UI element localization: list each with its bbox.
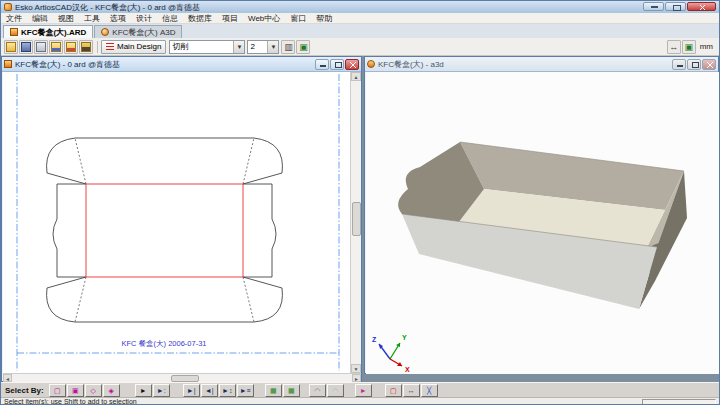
menu-item-project[interactable]: 项目 [217,13,243,24]
design-2d-titlebar: KFC餐盒(大) - 0 ard @肯德基 [2,57,361,72]
tab-ard-label: KFC餐盒(大).ARD [21,27,86,38]
horizontal-scroll-thumb[interactable] [171,375,199,382]
main-design-label: Main Design [117,42,161,51]
scroll-right-icon[interactable]: ► [352,374,361,382]
design-2d-window: KFC餐盒(大) - 0 ard @肯德基 [1,56,362,382]
revision-button[interactable] [64,40,78,54]
select-touching-rectangle-button[interactable]: ▣ [67,384,84,397]
main-design-button[interactable]: Main Design [101,40,166,54]
fit-drawing-button[interactable]: ╳ [421,384,438,397]
horizontal-scrollbar[interactable]: ◄ ► [3,373,361,382]
rebuild-button[interactable]: ▣ [296,40,310,54]
child-restore-button[interactable] [687,59,701,70]
select-next-item-button[interactable]: ►| [183,384,200,397]
units-label: mm [700,42,713,51]
rebuild-icon: ▣ [299,42,308,52]
zoom-rectangle-button[interactable]: ▢ [385,384,402,397]
status-message: Select item(s); use Shift to add to sele… [4,398,137,405]
select-add-point-button[interactable]: ►: [153,384,170,397]
axis-triad: Z Y X [372,334,410,373]
axis-z-label: Z [372,336,377,343]
ard-document-icon [4,60,12,68]
database-button[interactable] [79,40,93,54]
select-by-toolbar: Select By: ▢ ▣ ◇ ◈ ► ►: ►| ◄| ►↕ ►≡ ▦ ▦ … [1,382,719,397]
child-minimize-button[interactable] [315,59,329,70]
select-vertical-items-button[interactable]: ►↕ [219,384,236,397]
table-row-select-button[interactable]: ▦ [265,384,282,397]
select-group-items-button[interactable]: ►≡ [237,384,254,397]
layer-dropdown-value: 切削 [170,41,233,52]
close-button[interactable] [687,2,716,11]
crease-rectangle [86,184,243,277]
menu-item-webcenter[interactable]: Web中心 [243,13,285,24]
tab-a3d[interactable]: KFC餐盒(大) A3D [94,25,182,38]
menu-item-design[interactable]: 设计 [131,13,157,24]
scroll-down-icon[interactable]: ▼ [351,364,361,373]
select-touching-polygon-button[interactable]: ◈ [103,384,120,397]
copy-to-catalog-button[interactable] [49,40,63,54]
copy-to-catalog-icon [51,42,61,52]
database-icon [81,42,91,52]
menu-item-file[interactable]: 文件 [1,13,27,24]
workspace-3d-button[interactable]: ▣ [682,40,696,54]
menu-item-window[interactable]: 窗口 [285,13,311,24]
select-pointer-button[interactable]: ► [135,384,152,397]
menu-item-help[interactable]: 帮助 [311,13,337,24]
chevron-down-icon[interactable]: ▼ [267,41,278,53]
layer-dropdown[interactable]: 切削 ▼ [169,40,245,54]
tray-3d-render: Z Y X [366,72,719,374]
child-close-button[interactable] [702,59,716,70]
status-bar: Select item(s); use Shift to add to sele… [1,397,719,405]
tab-a3d-label: KFC餐盒(大) A3D [112,27,175,38]
titlebar: Esko ArtiosCAD汉化 - KFC餐盒(大) - 0 ard @肯德基 [1,1,719,13]
child-minimize-button[interactable] [672,59,686,70]
select-inside-polygon-button[interactable]: ◇ [85,384,102,397]
design-3d-title: KFC餐盒(大) - a3d [378,59,444,70]
menu-item-view[interactable]: 视图 [53,13,79,24]
restore-button[interactable] [665,2,686,11]
menu-item-options[interactable]: 选项 [105,13,131,24]
app-icon [4,3,12,11]
scroll-left-icon[interactable]: ◄ [3,374,12,382]
a3d-document-icon [367,60,375,68]
save-button[interactable] [19,40,33,54]
arc-select-alt-button[interactable]: ◠ [327,384,344,397]
select-previous-item-button[interactable]: ◄| [201,384,218,397]
select-inside-rectangle-button[interactable]: ▢ [49,384,66,397]
scale-dropdown-value: 2 [248,42,267,51]
window-title: Esko ArtiosCAD汉化 - KFC餐盒(大) - 0 ard @肯德基 [15,2,200,13]
print-button[interactable] [34,40,48,54]
table-select-button[interactable]: ▦ [283,384,300,397]
fit-width-button[interactable]: ↔ [403,384,420,397]
lasso-select-button[interactable]: ► [355,384,372,397]
render-3d-canvas[interactable]: Z Y X [366,72,719,374]
pan-tool-icon: ↔ [669,42,678,52]
dieline-canvas[interactable]: KFC 餐盒(大) 2006-07-31 [3,72,350,373]
vertical-scrollbar[interactable]: ▲ ▼ [350,72,361,373]
dieline-drawing: KFC 餐盒(大) 2006-07-31 [3,72,350,373]
open-button[interactable] [4,40,18,54]
artioscad-window: Esko ArtiosCAD汉化 - KFC餐盒(大) - 0 ard @肯德基… [0,0,720,405]
menu-item-tools[interactable]: 工具 [79,13,105,24]
snap-options-button[interactable]: ▥ [281,40,295,54]
vertical-scroll-thumb[interactable] [352,202,361,236]
tab-ard[interactable]: KFC餐盒(大).ARD [3,25,93,38]
pan-tool-button[interactable]: ↔ [667,40,681,54]
minimize-button[interactable] [643,2,664,11]
scale-dropdown[interactable]: 2 ▼ [247,40,279,54]
axis-x-label: X [405,366,410,373]
toolbar-separator [97,41,98,53]
child-close-button[interactable] [345,59,359,70]
select-by-label: Select By: [5,386,44,395]
scroll-up-icon[interactable]: ▲ [351,72,361,81]
menu-item-database[interactable]: 数据库 [183,13,217,24]
chevron-down-icon[interactable]: ▼ [233,41,244,53]
arc-select-button[interactable]: ◠ [309,384,326,397]
save-icon [21,42,31,52]
menu-item-info[interactable]: 信息 [157,13,183,24]
print-icon [36,42,46,52]
menu-item-edit[interactable]: 编辑 [27,13,53,24]
design-3d-titlebar: KFC餐盒(大) - a3d [365,57,718,72]
mdi-workspace: KFC餐盒(大) - 0 ard @肯德基 [1,56,719,382]
child-restore-button[interactable] [330,59,344,70]
